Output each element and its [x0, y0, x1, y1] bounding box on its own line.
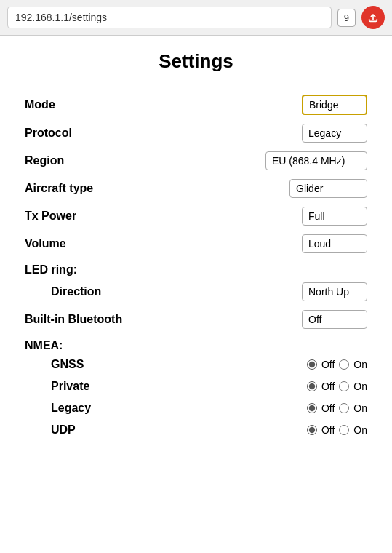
udp-row: UDP Off On	[22, 419, 370, 441]
gnss-radio-group: Off On	[196, 359, 367, 370]
protocol-row: Protocol Legacy FLARM OGN	[22, 119, 370, 147]
legacy-row: Legacy Off On	[22, 397, 370, 419]
protocol-control: Legacy FLARM OGN	[193, 119, 370, 147]
gnss-off-label[interactable]: Off	[321, 359, 335, 370]
aircraft-type-row: Aircraft type Glider Tow Plane Helicopte…	[22, 175, 370, 202]
direction-row: Direction North Up Track Up Off	[22, 278, 370, 306]
legacy-off-label[interactable]: Off	[321, 402, 335, 414]
region-label: Region	[22, 147, 193, 175]
bluetooth-label: Built-in Bluetooth	[22, 306, 193, 333]
address-bar[interactable]: 192.168.1.1/settings	[7, 7, 332, 28]
upload-button[interactable]	[361, 6, 385, 29]
volume-select[interactable]: Loud Normal Quiet Off	[302, 234, 367, 253]
aircraft-type-select[interactable]: Glider Tow Plane Helicopter Skydiver Han…	[289, 179, 367, 198]
protocol-label: Protocol	[22, 119, 193, 147]
mode-label: Mode	[22, 90, 193, 119]
direction-select-wrapper: North Up Track Up Off	[302, 282, 367, 301]
legacy-radio-group: Off On	[196, 402, 367, 414]
tx-power-control: Full Medium Low	[193, 202, 370, 230]
led-ring-section-label: LED ring:	[22, 258, 370, 278]
udp-on-label[interactable]: On	[353, 424, 367, 436]
private-row: Private Off On	[22, 375, 370, 397]
protocol-select-wrapper: Legacy FLARM OGN	[302, 124, 367, 143]
region-control: EU (868.4 MHz) US (915 MHz) AU (921 MHz)	[193, 147, 370, 175]
private-on-radio[interactable]	[339, 381, 349, 391]
volume-control: Loud Normal Quiet Off	[193, 230, 370, 258]
gnss-on-radio[interactable]	[339, 359, 349, 370]
gnss-on-label[interactable]: On	[353, 359, 367, 370]
led-ring-section-row: LED ring:	[22, 258, 370, 278]
private-off-label[interactable]: Off	[321, 381, 335, 392]
private-label: Private	[22, 375, 193, 397]
udp-control: Off On	[193, 419, 370, 441]
private-on-label[interactable]: On	[353, 381, 367, 392]
legacy-label: Legacy	[22, 397, 193, 419]
volume-label: Volume	[22, 230, 193, 258]
gnss-control: Off On	[193, 354, 370, 375]
bluetooth-row: Built-in Bluetooth Off On	[22, 306, 370, 333]
direction-label: Direction	[22, 278, 193, 306]
udp-off-radio[interactable]	[307, 425, 317, 435]
aircraft-type-select-wrapper: Glider Tow Plane Helicopter Skydiver Han…	[289, 179, 367, 198]
aircraft-type-control: Glider Tow Plane Helicopter Skydiver Han…	[193, 175, 370, 202]
page-title: Settings	[22, 50, 370, 73]
gnss-off-radio[interactable]	[307, 359, 317, 370]
mode-select[interactable]: Bridge Aircraft Ground	[302, 95, 367, 115]
region-select[interactable]: EU (868.4 MHz) US (915 MHz) AU (921 MHz)	[265, 151, 367, 170]
settings-table: Mode Bridge Aircraft Ground Protocol	[22, 90, 370, 441]
protocol-select[interactable]: Legacy FLARM OGN	[302, 124, 367, 143]
bluetooth-control: Off On	[193, 306, 370, 333]
volume-row: Volume Loud Normal Quiet Off	[22, 230, 370, 258]
legacy-off-radio[interactable]	[307, 403, 317, 413]
nmea-section-label: NMEA:	[22, 333, 370, 354]
tx-power-label: Tx Power	[22, 202, 193, 230]
mode-control: Bridge Aircraft Ground	[193, 90, 370, 119]
tab-count-badge[interactable]: 9	[337, 9, 356, 27]
legacy-control: Off On	[193, 397, 370, 419]
tx-power-select[interactable]: Full Medium Low	[302, 207, 367, 226]
direction-select[interactable]: North Up Track Up Off	[302, 282, 367, 301]
udp-radio-group: Off On	[196, 424, 367, 436]
gnss-row: GNSS Off On	[22, 354, 370, 375]
udp-off-label[interactable]: Off	[321, 424, 335, 436]
private-control: Off On	[193, 375, 370, 397]
region-row: Region EU (868.4 MHz) US (915 MHz) AU (9…	[22, 147, 370, 175]
bluetooth-select-wrapper: Off On	[302, 310, 367, 329]
udp-on-radio[interactable]	[339, 425, 349, 435]
udp-label: UDP	[22, 419, 193, 441]
direction-control: North Up Track Up Off	[193, 278, 370, 306]
mode-select-wrapper: Bridge Aircraft Ground	[302, 95, 367, 115]
legacy-on-radio[interactable]	[339, 403, 349, 413]
mode-row: Mode Bridge Aircraft Ground	[22, 90, 370, 119]
region-select-wrapper: EU (868.4 MHz) US (915 MHz) AU (921 MHz)	[265, 151, 367, 170]
tx-power-select-wrapper: Full Medium Low	[302, 207, 367, 226]
volume-select-wrapper: Loud Normal Quiet Off	[302, 234, 367, 253]
tx-power-row: Tx Power Full Medium Low	[22, 202, 370, 230]
nmea-section-row: NMEA:	[22, 333, 370, 354]
private-off-radio[interactable]	[307, 381, 317, 391]
gnss-label: GNSS	[22, 354, 193, 375]
private-radio-group: Off On	[196, 381, 367, 392]
browser-chrome: 192.168.1.1/settings 9	[0, 0, 392, 36]
bluetooth-select[interactable]: Off On	[302, 310, 367, 329]
legacy-on-label[interactable]: On	[353, 402, 367, 414]
aircraft-type-label: Aircraft type	[22, 175, 193, 202]
page-content: Settings Mode Bridge Aircraft Ground	[0, 36, 392, 455]
